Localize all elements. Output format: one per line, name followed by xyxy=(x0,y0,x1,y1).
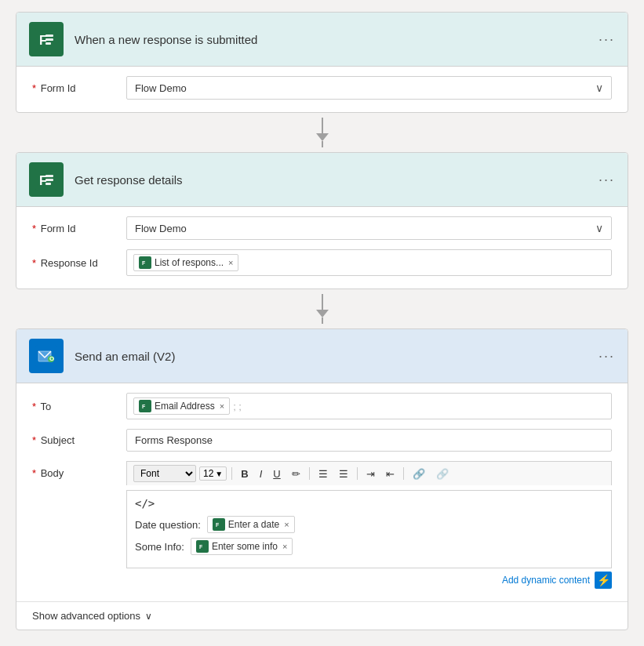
get-response-id-row: * Response Id F List of respons... × xyxy=(32,249,612,276)
outdent-button[interactable]: ⇤ xyxy=(382,466,398,481)
some-info-tag-forms-icon: F xyxy=(196,540,209,553)
get-response-form-id-dropdown[interactable]: Flow Demo ∨ xyxy=(126,216,612,240)
card-get-response-menu[interactable]: ··· xyxy=(599,172,615,188)
email-body-label: * Body xyxy=(32,467,126,479)
tag-forms-icon: F xyxy=(139,256,151,269)
svg-rect-4 xyxy=(45,42,51,45)
connector-line-segment-3 xyxy=(322,294,323,310)
font-size-value: 12 xyxy=(203,468,213,479)
card-trigger-body: * Form Id Flow Demo ∨ xyxy=(16,67,628,112)
font-size-container: 12 ▼ xyxy=(199,466,227,481)
to-tag-close-icon[interactable]: × xyxy=(220,401,224,411)
card-send-email-header: O Send an email (V2) ··· xyxy=(16,329,628,383)
some-info-line: Some Info: F Enter some info × xyxy=(135,538,603,555)
add-dynamic-content-link[interactable]: Add dynamic content xyxy=(502,575,590,586)
body-editor[interactable]: </> Date question: F Enter a date × xyxy=(126,490,612,568)
response-id-tag-container[interactable]: F List of respons... × xyxy=(126,249,612,276)
required-star-6: * xyxy=(32,467,36,479)
date-question-label: Date question: xyxy=(135,519,201,531)
connector-line-segment xyxy=(322,118,323,133)
email-subject-input[interactable]: Forms Response xyxy=(126,429,612,452)
required-star: * xyxy=(32,82,36,94)
get-response-form-id-label: * Form Id xyxy=(32,223,126,234)
unordered-list-button[interactable]: ☰ xyxy=(315,466,332,481)
svg-rect-7 xyxy=(45,175,53,177)
outlook-icon: O xyxy=(29,339,64,373)
font-select[interactable]: Font xyxy=(133,465,196,482)
show-advanced-chevron-icon: ∨ xyxy=(145,611,152,622)
card-send-email-body: * To F Email Address × ; ; xyxy=(16,383,628,601)
card-send-email-title: Send an email (V2) xyxy=(75,350,599,363)
svg-text:O: O xyxy=(49,355,54,362)
email-subject-row: * Subject Forms Response xyxy=(32,429,612,452)
add-dynamic-content-button[interactable]: ⚡ xyxy=(595,572,612,589)
link-button[interactable]: 🔗 xyxy=(409,466,429,481)
required-star-2: * xyxy=(32,223,36,234)
svg-rect-9 xyxy=(45,183,51,185)
date-tag-forms-icon: F xyxy=(213,518,225,531)
svg-rect-3 xyxy=(45,38,53,41)
dropdown-arrow-icon: ∨ xyxy=(595,82,603,94)
forms-icon: F xyxy=(29,22,64,56)
card-trigger-title: When a new response is submitted xyxy=(75,33,599,46)
required-star-5: * xyxy=(32,434,36,446)
bold-button[interactable]: B xyxy=(237,466,252,481)
underline-button[interactable]: U xyxy=(269,466,284,481)
card-send-email-menu[interactable]: ··· xyxy=(599,348,615,365)
toolbar-separator-1 xyxy=(231,467,232,480)
trigger-form-id-dropdown[interactable]: Flow Demo ∨ xyxy=(126,76,612,100)
card-trigger-menu[interactable]: ··· xyxy=(599,31,615,48)
get-response-form-id-row: * Form Id Flow Demo ∨ xyxy=(32,216,612,240)
get-response-id-label: * Response Id xyxy=(32,257,126,269)
svg-text:F: F xyxy=(142,404,146,409)
unlink-button[interactable]: 🔗 xyxy=(432,466,453,481)
connector-line-2 xyxy=(316,294,329,324)
show-advanced-row[interactable]: Show advanced options ∨ xyxy=(16,601,628,630)
body-toolbar: Font 12 ▼ B I U ✏ ☰ ☰ ⇥ ⇤ xyxy=(126,461,612,485)
required-star-4: * xyxy=(32,401,36,412)
email-to-tag-container[interactable]: F Email Address × ; ; xyxy=(126,393,612,419)
svg-text:F: F xyxy=(142,260,146,266)
forms-icon-2: F xyxy=(29,162,64,197)
email-to-label: * To xyxy=(32,401,126,412)
card-send-email: O Send an email (V2) ··· * To F xyxy=(16,328,628,630)
highlight-button[interactable]: ✏ xyxy=(288,466,304,481)
connector-arrow xyxy=(316,133,329,141)
toolbar-separator-4 xyxy=(403,467,404,480)
connector-line-1 xyxy=(316,118,329,147)
trigger-form-id-row: * Form Id Flow Demo ∨ xyxy=(32,76,612,100)
email-subject-label: * Subject xyxy=(32,434,126,446)
some-info-tag: F Enter some info × xyxy=(191,538,293,555)
dropdown-arrow-icon-2: ∨ xyxy=(595,222,603,234)
connector-1 xyxy=(16,113,628,152)
tag-close-icon[interactable]: × xyxy=(228,258,233,267)
card-get-response-body: * Form Id Flow Demo ∨ * Response Id F xyxy=(16,207,628,289)
connector-2 xyxy=(16,289,628,328)
add-dynamic-content-row: Add dynamic content ⚡ xyxy=(126,572,612,589)
code-tag: </> xyxy=(135,497,603,510)
date-question-line: Date question: F Enter a date × xyxy=(135,516,603,533)
indent-button[interactable]: ⇥ xyxy=(362,466,379,481)
connector-line-segment-4 xyxy=(322,318,323,324)
show-advanced-label: Show advanced options xyxy=(32,610,140,622)
required-star-3: * xyxy=(32,257,36,269)
some-info-tag-close-icon[interactable]: × xyxy=(282,542,287,551)
email-to-tag: F Email Address × xyxy=(133,397,230,415)
toolbar-separator-3 xyxy=(357,467,358,480)
card-trigger-header: F When a new response is submitted ··· xyxy=(16,13,628,67)
ordered-list-button[interactable]: ☰ xyxy=(335,466,352,481)
card-get-response-title: Get response details xyxy=(75,173,599,187)
trigger-form-id-label: * Form Id xyxy=(32,82,126,94)
to-tag-forms-icon: F xyxy=(139,400,151,412)
svg-rect-8 xyxy=(45,179,53,181)
response-id-tag: F List of respons... × xyxy=(133,254,238,271)
card-trigger: F When a new response is submitted ··· *… xyxy=(16,12,628,113)
email-to-row: * To F Email Address × ; ; xyxy=(32,393,612,419)
card-get-response: F Get response details ··· * Form Id Flo… xyxy=(16,152,628,289)
italic-button[interactable]: I xyxy=(256,466,267,481)
connector-arrow-2 xyxy=(316,310,329,318)
connector-line-segment-2 xyxy=(322,141,323,147)
date-tag-close-icon[interactable]: × xyxy=(284,520,289,529)
to-separator: ; ; xyxy=(233,401,242,412)
font-size-dropdown-icon[interactable]: ▼ xyxy=(215,470,223,478)
